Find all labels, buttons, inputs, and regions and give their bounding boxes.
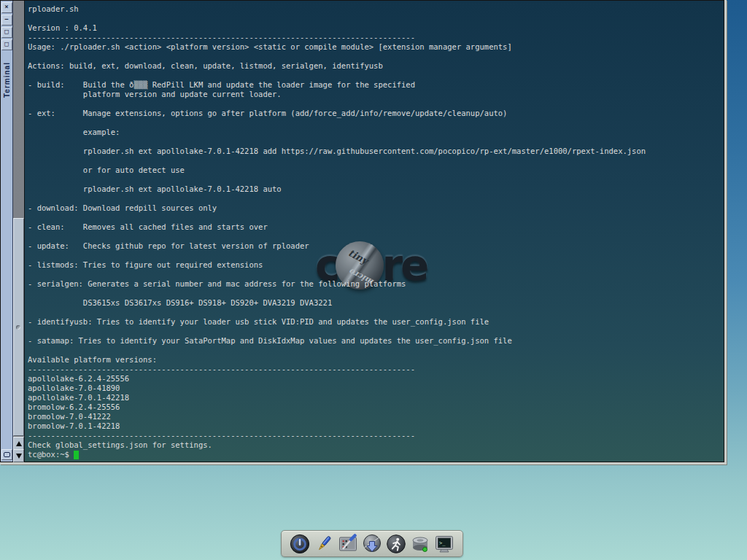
run-icon <box>386 534 406 554</box>
terminal-cursor <box>74 451 79 459</box>
svg-text:>_: >_ <box>439 540 446 546</box>
terminal-scrollbar[interactable] <box>13 1 25 462</box>
terminal-window: × − □ □ Terminal c <box>0 0 727 464</box>
dock-item-control-panel[interactable] <box>338 534 358 554</box>
prompt-line: tc@box:~$ <box>28 450 724 459</box>
dock-bar: >_ <box>281 530 463 557</box>
terminal-titlebar[interactable]: × − □ □ Terminal <box>1 1 13 462</box>
control-panel-icon <box>338 534 358 554</box>
close-icon[interactable]: × <box>1 2 12 13</box>
titlebar-bottom-button[interactable] <box>1 449 12 460</box>
shell-prompt: tc@box:~$ <box>28 450 74 459</box>
terminal-icon: >_ <box>434 534 454 554</box>
iconify-icon[interactable]: − <box>1 15 12 26</box>
dock-item-editor[interactable] <box>314 534 334 554</box>
desktop: × − □ □ Terminal c <box>0 0 747 560</box>
mount-icon <box>410 534 430 554</box>
dock-item-terminal[interactable]: >_ <box>434 534 454 554</box>
scrollbar-dimple-icon <box>16 325 20 330</box>
terminal-window-inner: × − □ □ Terminal c <box>0 0 724 462</box>
apps-download-icon <box>362 534 382 554</box>
scroll-down-button[interactable] <box>13 449 24 462</box>
pen-icon <box>314 534 334 554</box>
arrow-down-icon <box>16 454 22 459</box>
terminal-text: rploader.sh Version : 0.4.1 ------------… <box>28 4 724 459</box>
scroll-up-button[interactable] <box>13 437 24 450</box>
dock-item-mount[interactable] <box>410 534 430 554</box>
dock-item-run[interactable] <box>386 534 406 554</box>
power-icon <box>290 534 310 554</box>
shade-icon[interactable]: □ <box>1 39 12 50</box>
terminal-content[interactable]: c tiny micro re rploader.sh Version : 0.… <box>25 1 724 462</box>
rounded-square-icon <box>4 452 10 457</box>
terminal-output: rploader.sh Version : 0.4.1 ------------… <box>28 4 724 450</box>
dock-item-power[interactable] <box>290 534 310 554</box>
dock-item-apps[interactable] <box>362 534 382 554</box>
maximize-icon[interactable]: □ <box>1 27 12 38</box>
window-title: Terminal <box>3 54 11 98</box>
arrow-up-icon <box>16 441 22 446</box>
scrollbar-thumb[interactable] <box>13 218 24 436</box>
